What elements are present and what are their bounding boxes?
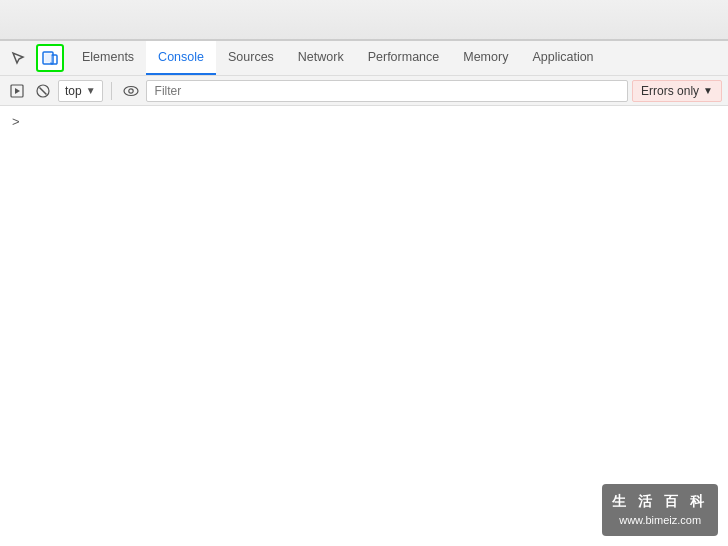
errors-only-arrow: ▼	[703, 85, 713, 96]
tab-console[interactable]: Console	[146, 41, 216, 75]
errors-only-label: Errors only	[641, 84, 699, 98]
devtools-panel: Elements Console Sources Network Perform…	[0, 40, 728, 546]
console-area[interactable]: >	[0, 106, 728, 546]
tab-network[interactable]: Network	[286, 41, 356, 75]
svg-rect-1	[51, 55, 57, 64]
clear-console-icon[interactable]	[32, 80, 54, 102]
console-chevron: >	[12, 114, 20, 129]
filter-box	[146, 80, 628, 102]
console-toolbar: top ▼ Errors only ▼	[0, 76, 728, 106]
execute-icon[interactable]	[6, 80, 28, 102]
svg-rect-2	[45, 54, 52, 63]
tab-application[interactable]: Application	[520, 41, 605, 75]
tab-bar-icons	[4, 44, 64, 72]
tab-sources[interactable]: Sources	[216, 41, 286, 75]
tab-bar: Elements Console Sources Network Perform…	[0, 41, 728, 76]
inspect-element-icon[interactable]	[4, 44, 32, 72]
context-selector[interactable]: top ▼	[58, 80, 103, 102]
toolbar-divider	[111, 82, 112, 100]
filter-input[interactable]	[151, 80, 623, 102]
svg-point-7	[124, 86, 138, 95]
tabs-container: Elements Console Sources Network Perform…	[70, 41, 606, 75]
svg-point-8	[128, 88, 132, 92]
browser-top-bar	[0, 0, 728, 40]
errors-only-button[interactable]: Errors only ▼	[632, 80, 722, 102]
context-value: top	[65, 84, 82, 98]
eye-icon[interactable]	[120, 80, 142, 102]
tab-memory[interactable]: Memory	[451, 41, 520, 75]
context-arrow: ▼	[86, 85, 96, 96]
tab-performance[interactable]: Performance	[356, 41, 452, 75]
console-prompt-line: >	[12, 114, 716, 129]
device-toolbar-icon[interactable]	[36, 44, 64, 72]
svg-line-6	[40, 87, 47, 94]
svg-marker-4	[15, 88, 20, 94]
tab-elements[interactable]: Elements	[70, 41, 146, 75]
